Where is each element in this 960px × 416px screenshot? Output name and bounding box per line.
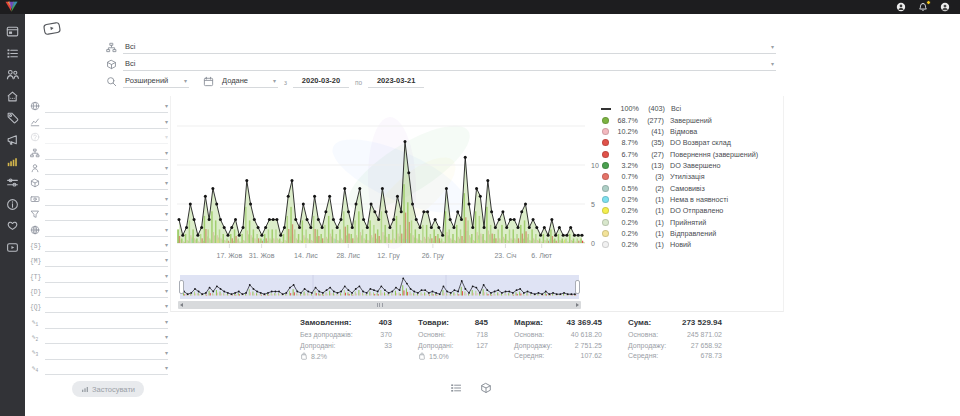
panel-filter-web[interactable]: ▾ — [30, 221, 168, 236]
product-filter-select[interactable]: Всі ▾ — [123, 60, 776, 71]
video-tour-button[interactable] — [42, 20, 62, 37]
custom-field-icon: {Q} — [30, 304, 40, 311]
cube-toggle-button[interactable] — [480, 382, 492, 394]
legend-item[interactable]: 10.2%(41)Відмова — [601, 126, 783, 137]
mini-chart-icon — [81, 385, 89, 393]
brush-handle-left[interactable] — [179, 280, 184, 294]
legend-percent: 100% — [615, 104, 639, 113]
app-root: Всі ▾ Всі ▾ Розширений ▾ Додане ▾ з 2020… — [0, 0, 960, 416]
panel-filter-pencil-4[interactable]: ✎4▾ — [30, 360, 168, 375]
legend-item[interactable]: 0.2%(1)Прийнятий — [601, 216, 783, 227]
custom-field-icon: {T} — [30, 274, 40, 281]
panel-filter-brace-s[interactable]: {S}▾ — [30, 237, 168, 252]
sidebar-item-info[interactable] — [6, 198, 19, 211]
stats-value: 403 — [379, 318, 392, 327]
brush-handle-right[interactable] — [575, 280, 580, 294]
date-from-value: 2020-03-20 — [302, 77, 340, 85]
search-mode-select[interactable]: Розширений ▾ — [123, 77, 189, 88]
notifications-button[interactable] — [918, 2, 928, 12]
panel-filter-help[interactable]: ▾ — [30, 129, 168, 144]
panel-filter-pencil-2[interactable]: ✎2▾ — [30, 329, 168, 344]
legend-item[interactable]: 0.2%(1)Відправлений — [601, 228, 783, 239]
stats-sub-value: 27 658.92 — [691, 341, 722, 352]
panel-filter-funnel[interactable]: ▾ — [30, 206, 168, 221]
sidebar-item-customers[interactable] — [6, 68, 19, 81]
info-icon — [6, 198, 19, 211]
legend-item[interactable]: 0.7%(3)Утилізація — [601, 171, 783, 182]
scroll-right-arrow[interactable] — [576, 303, 579, 307]
sitemap-icon — [106, 42, 117, 53]
panel-filter-cube[interactable]: ▾ — [30, 175, 168, 190]
sidebar-item-store[interactable] — [6, 90, 19, 103]
svg-text:14. Лис: 14. Лис — [294, 252, 318, 259]
chart-scrollbar[interactable] — [178, 301, 581, 309]
sidebar-item-stats[interactable] — [6, 155, 19, 168]
panel-filter-brace-m[interactable]: {M}▾ — [30, 252, 168, 267]
sidebar-item-video[interactable] — [6, 241, 19, 254]
search-icon — [106, 76, 117, 87]
person-icon — [30, 163, 40, 173]
panel-filter-brace-q[interactable]: {Q}▾ — [30, 298, 168, 313]
status-filter-select[interactable]: Всі ▾ — [123, 43, 776, 54]
summary-stats: Замовлення:403Без допродажів:370Допродан… — [300, 318, 722, 362]
legend-count: (2) — [638, 184, 664, 193]
topbar-right — [896, 2, 950, 12]
sidebar-item-dashboard[interactable] — [6, 25, 19, 38]
legend-item[interactable]: 0.2%(1)DO Отправлено — [601, 205, 783, 216]
legend-dot-swatch — [602, 207, 609, 214]
legend-item[interactable]: 68.7%(277)Завершений — [601, 114, 783, 125]
panel-filter-brace-t[interactable]: {T}▾ — [30, 267, 168, 282]
chevron-down-icon: ▾ — [165, 319, 168, 326]
legend-item[interactable]: 3.2%(13)DO Завершено — [601, 160, 783, 171]
legend-count: (1) — [638, 240, 664, 249]
sidebar-item-orders[interactable] — [6, 47, 19, 60]
date-to-label: по — [355, 79, 362, 86]
statuses-icon — [106, 42, 117, 53]
panel-filter-pencil-3[interactable]: ✎3▾ — [30, 344, 168, 359]
legend-item[interactable]: 6.7%(27)Повернення (завершений) — [601, 148, 783, 159]
panel-filter-person[interactable]: ▾ — [30, 160, 168, 175]
panel-filter-trend[interactable]: ▾ — [30, 113, 168, 128]
sidebar-item-sliders[interactable] — [6, 176, 19, 189]
sidebar-item-heart[interactable] — [6, 219, 19, 232]
stats-sub-label: Середня: — [628, 351, 658, 362]
products-icon — [106, 59, 117, 70]
stats-sub-label: Основна: — [628, 330, 658, 341]
user-button[interactable] — [896, 2, 906, 12]
panel-filter-pencil-1[interactable]: ✎1▾ — [30, 313, 168, 328]
filter-panel-rows: ▾▾▾▾▾▾▾▾▾{S}▾{M}▾{T}▾{D}▾{Q}▾✎1▾✎2▾✎3▾✎4… — [30, 98, 168, 375]
listview-toggle-button[interactable] — [450, 382, 462, 394]
svg-text:31. Жов: 31. Жов — [249, 252, 275, 259]
date-from-input[interactable]: 2020-03-20 — [293, 77, 349, 88]
orders-chart[interactable]: 051017. Жов31. Жов14. Лис28. Лис12. Гру2… — [177, 98, 609, 264]
legend-item[interactable]: 8.7%(35)DO Возврат склад — [601, 137, 783, 148]
profile-button[interactable] — [940, 2, 950, 12]
stats-sub-value: 127 — [476, 341, 488, 352]
stats-sub-label: Основна: — [514, 330, 544, 341]
legend-item[interactable]: 0.2%(1)Нема в наявності — [601, 194, 783, 205]
sidebar-item-megaphone[interactable] — [6, 133, 19, 146]
chevron-down-icon: ▾ — [165, 288, 168, 295]
panel-filter-money[interactable]: ▾ — [30, 190, 168, 205]
stats-sub-label: Основні: — [418, 330, 446, 341]
panel-filter-sitemap[interactable]: ▾ — [30, 144, 168, 159]
legend-item[interactable]: 100%(403)Всі — [601, 103, 783, 114]
stats-column: Маржа:43 369.45Основна:40 618.20Допродаж… — [514, 318, 602, 362]
orders-icon — [6, 47, 19, 60]
scrollbar-grip[interactable] — [377, 303, 383, 307]
panel-filter-globe[interactable]: ▾ — [30, 98, 168, 113]
apply-button[interactable]: Застосувати — [72, 381, 144, 397]
stats-title: Замовлення: — [300, 318, 351, 327]
legend-count: (1) — [638, 195, 664, 204]
scroll-left-arrow[interactable] — [180, 303, 183, 307]
legend-item[interactable]: 0.5%(2)Самовивіз — [601, 182, 783, 193]
chart-legend: 100%(403)Всі68.7%(277)Завершений10.2%(41… — [601, 103, 783, 250]
sidebar-item-tag[interactable] — [6, 111, 19, 124]
date-to-input[interactable]: 2023-03-21 — [368, 77, 424, 88]
legend-item[interactable]: 0.2%(1)Новий — [601, 239, 783, 250]
svg-text:0: 0 — [591, 240, 595, 247]
date-field-select[interactable]: Додане ▾ — [220, 77, 278, 88]
chart-overview-brush[interactable] — [180, 275, 579, 299]
legend-label: Повернення (завершений) — [670, 150, 758, 159]
panel-filter-brace-d[interactable]: {D}▾ — [30, 283, 168, 298]
